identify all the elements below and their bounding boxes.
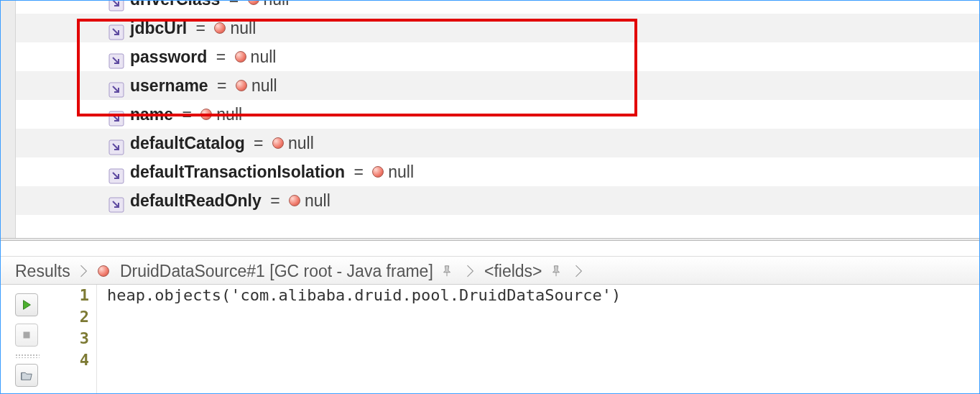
pin-icon[interactable] [550, 257, 563, 286]
field-row[interactable]: defaultReadOnly = null [1, 186, 979, 215]
line-number: 4 [60, 349, 96, 371]
null-dot-icon [289, 195, 300, 206]
code-line[interactable] [107, 349, 979, 371]
field-arrow-icon [108, 135, 124, 151]
field-row[interactable]: name = null [1, 100, 979, 129]
field-name: defaultTransactionIsolation [130, 162, 345, 181]
open-button[interactable] [15, 364, 38, 387]
pane-splitter[interactable] [1, 238, 979, 258]
breadcrumb-root[interactable]: Results [15, 262, 70, 280]
null-dot-icon [200, 109, 212, 120]
field-arrow-icon [108, 49, 124, 65]
chevron-icon [79, 257, 89, 286]
field-arrow-icon [108, 164, 124, 180]
chevron-icon [466, 257, 476, 286]
field-row[interactable]: jdbcUrl = null [1, 14, 979, 42]
field-name: driverClass [130, 1, 220, 9]
field-row[interactable]: defaultTransactionIsolation = null [1, 157, 979, 186]
null-dot-icon [214, 22, 226, 34]
field-name: jdbcUrl [130, 19, 187, 37]
field-arrow-icon [108, 78, 124, 93]
field-row[interactable]: password = null [1, 42, 979, 71]
null-dot-icon [248, 1, 259, 5]
field-row[interactable]: username = null [1, 71, 979, 100]
equals-sign: = [345, 162, 372, 181]
equals-sign: = [208, 76, 236, 95]
field-row[interactable]: driverClass = null [1, 1, 979, 14]
equals-sign: = [245, 134, 272, 152]
field-name: defaultCatalog [130, 134, 245, 152]
chevron-icon [574, 257, 584, 286]
tree-gutter [1, 1, 16, 238]
field-name: username [130, 76, 208, 95]
field-value: null [251, 76, 277, 95]
field-value: null [216, 105, 242, 124]
field-value: null [251, 47, 277, 66]
pin-icon[interactable] [440, 257, 453, 286]
null-dot-icon [272, 137, 284, 149]
field-value: null [288, 134, 314, 152]
field-row[interactable]: defaultCatalog = null [1, 129, 979, 157]
field-value: null [305, 191, 330, 210]
line-number: 3 [60, 328, 96, 349]
fields-pane: driverClass = nulljdbcUrl = nullpassword… [1, 1, 979, 238]
equals-sign: = [207, 47, 234, 66]
field-value: null [264, 1, 290, 9]
field-arrow-icon [108, 193, 124, 209]
field-name: password [130, 47, 207, 66]
editor-toolbar [1, 285, 60, 393]
field-value: null [230, 19, 256, 37]
equals-sign: = [173, 105, 200, 124]
equals-sign: = [187, 19, 214, 37]
field-arrow-icon [108, 1, 124, 7]
object-dot-icon [98, 265, 109, 277]
null-dot-icon [372, 166, 384, 178]
code-line[interactable] [107, 306, 979, 328]
field-arrow-icon [108, 20, 124, 36]
breadcrumb-fields[interactable]: <fields> [484, 262, 542, 280]
equals-sign: = [262, 191, 289, 210]
null-dot-icon [236, 80, 247, 91]
code-line[interactable] [107, 328, 979, 349]
line-number-gutter: 1234 [60, 285, 97, 393]
null-dot-icon [235, 51, 246, 63]
code-line[interactable]: heap.objects('com.alibaba.druid.pool.Dru… [107, 285, 979, 306]
breadcrumb: Results DruidDataSource#1 [GC root - Jav… [1, 256, 979, 285]
breadcrumb-object[interactable]: DruidDataSource#1 [GC root - Java frame] [120, 262, 433, 280]
run-button[interactable] [15, 293, 38, 316]
svg-rect-8 [24, 332, 30, 339]
line-number: 1 [60, 285, 96, 306]
code-area[interactable]: heap.objects('com.alibaba.druid.pool.Dru… [97, 285, 979, 393]
oql-editor: 1234 heap.objects('com.alibaba.druid.poo… [1, 285, 979, 393]
line-number: 2 [60, 306, 96, 328]
field-name: defaultReadOnly [130, 191, 262, 210]
field-name: name [130, 105, 173, 124]
field-value: null [388, 162, 414, 181]
field-arrow-icon [108, 106, 124, 122]
toolbar-separator [15, 354, 40, 358]
equals-sign: = [220, 1, 247, 9]
stop-button[interactable] [15, 324, 38, 347]
